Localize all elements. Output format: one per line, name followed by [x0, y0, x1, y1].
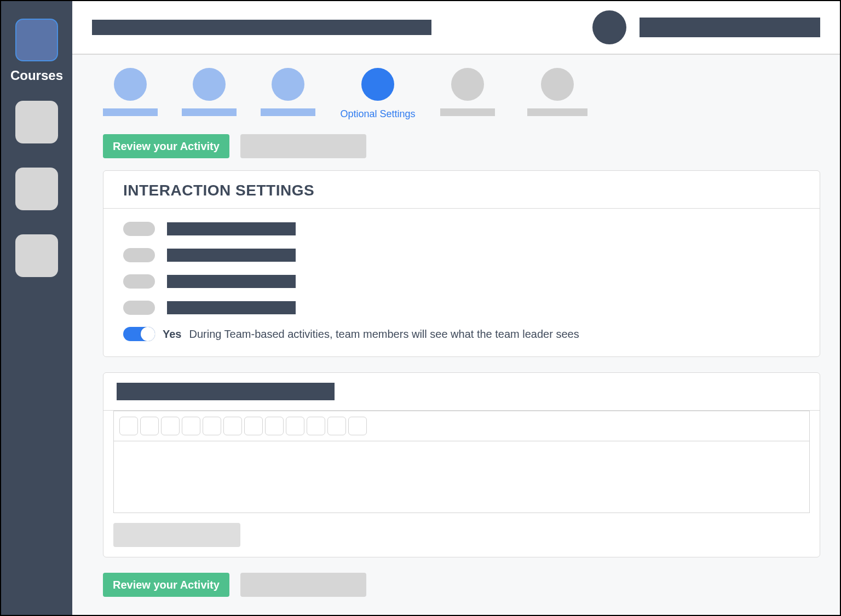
action-row-top: Review your Activity — [103, 134, 820, 158]
sidebar-item-courses[interactable] — [15, 19, 58, 61]
sidebar-item-placeholder-3[interactable] — [15, 234, 58, 277]
review-activity-button[interactable]: Review your Activity — [103, 573, 229, 597]
editor-tool-button[interactable] — [307, 417, 325, 435]
step-label — [182, 108, 237, 116]
step-optional-settings[interactable]: Optional Settings — [339, 68, 416, 120]
step-label — [261, 108, 315, 116]
toggle-switch[interactable] — [123, 248, 155, 262]
editor-tool-button[interactable] — [286, 417, 304, 435]
setting-label — [167, 222, 296, 235]
setting-label — [167, 249, 296, 262]
editor-tool-button[interactable] — [223, 417, 242, 435]
step-1[interactable] — [103, 68, 158, 120]
secondary-button-placeholder[interactable] — [240, 573, 366, 597]
sidebar-item-label: Courses — [10, 68, 63, 83]
toggle-switch[interactable] — [123, 274, 155, 289]
user-name — [640, 18, 820, 37]
secondary-button-placeholder[interactable] — [240, 134, 366, 158]
sidebar-item-placeholder-2[interactable] — [15, 168, 58, 210]
editor-toolbar — [114, 411, 809, 441]
action-row-bottom: Review your Activity — [103, 573, 820, 597]
avatar[interactable] — [592, 10, 626, 44]
toggle-switch[interactable] — [123, 222, 155, 236]
step-circle — [451, 68, 484, 101]
header — [72, 1, 840, 55]
editor-tool-button[interactable] — [140, 417, 159, 435]
toggle-switch[interactable] — [123, 301, 155, 315]
step-label: Optional Settings — [340, 108, 415, 120]
setting-row-3 — [123, 274, 800, 289]
sidebar: Courses — [1, 1, 72, 615]
step-label — [103, 108, 158, 116]
step-5[interactable] — [440, 68, 495, 120]
card-title: INTERACTION SETTINGS — [123, 182, 800, 199]
editor-card — [103, 372, 820, 557]
setting-row-2 — [123, 248, 800, 262]
sidebar-item-placeholder-1[interactable] — [15, 101, 58, 143]
step-circle — [193, 68, 226, 101]
setting-row-team-view: Yes During Team-based activities, team m… — [123, 327, 800, 341]
editor-tool-button[interactable] — [265, 417, 284, 435]
editor-tool-button[interactable] — [327, 417, 346, 435]
step-circle — [272, 68, 304, 101]
editor-card-title — [117, 383, 335, 400]
step-label — [527, 108, 587, 116]
step-2[interactable] — [182, 68, 237, 120]
rich-text-editor — [113, 411, 810, 513]
page-title — [92, 20, 431, 35]
setting-row-1 — [123, 222, 800, 236]
editor-tool-button[interactable] — [161, 417, 180, 435]
content-area: Optional Settings Review your Activity — [72, 55, 840, 615]
setting-label — [167, 275, 296, 288]
step-6[interactable] — [519, 68, 596, 120]
toggle-knob — [141, 327, 155, 341]
toggle-switch[interactable] — [123, 327, 155, 341]
toggle-state-label: Yes — [163, 328, 181, 341]
step-circle — [114, 68, 147, 101]
interaction-settings-card: INTERACTION SETTINGS — [103, 170, 820, 357]
editor-tool-button[interactable] — [203, 417, 221, 435]
editor-tool-button[interactable] — [182, 417, 200, 435]
step-circle — [361, 68, 394, 101]
editor-tool-button[interactable] — [244, 417, 263, 435]
setting-description: During Team-based activities, team membe… — [189, 328, 579, 341]
editor-tool-button[interactable] — [119, 417, 138, 435]
setting-label — [167, 301, 296, 314]
setting-row-4 — [123, 301, 800, 315]
editor-textarea[interactable] — [114, 441, 809, 513]
step-label — [440, 108, 495, 116]
stepper: Optional Settings — [103, 68, 820, 120]
review-activity-button[interactable]: Review your Activity — [103, 134, 229, 158]
step-3[interactable] — [261, 68, 315, 120]
step-circle — [541, 68, 574, 101]
editor-action-placeholder[interactable] — [113, 523, 240, 547]
editor-tool-button[interactable] — [348, 417, 367, 435]
